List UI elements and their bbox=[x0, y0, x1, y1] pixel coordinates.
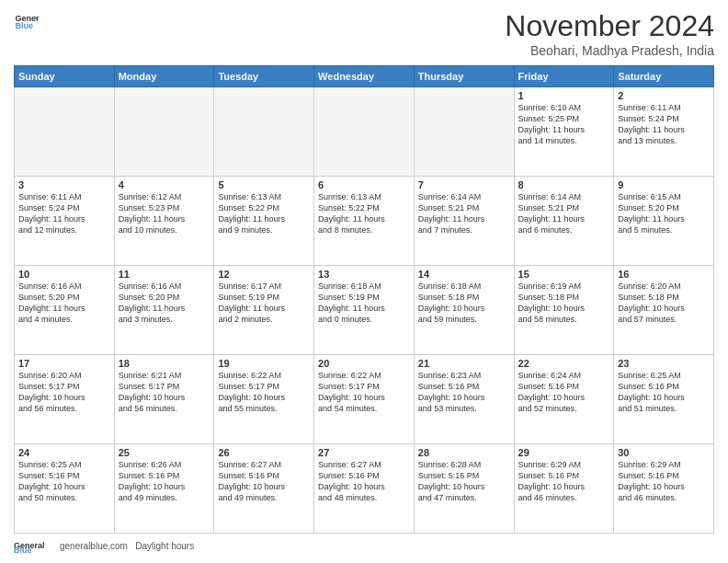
day-info: Sunrise: 6:29 AM Sunset: 5:16 PM Dayligh… bbox=[518, 459, 610, 504]
day-number: 26 bbox=[218, 447, 310, 458]
day-number: 2 bbox=[618, 90, 710, 101]
day-info: Sunrise: 6:11 AM Sunset: 5:24 PM Dayligh… bbox=[618, 102, 710, 147]
day-number: 13 bbox=[318, 269, 410, 280]
day-info: Sunrise: 6:16 AM Sunset: 5:20 PM Dayligh… bbox=[119, 281, 210, 326]
logo-icon: General Blue bbox=[14, 9, 40, 35]
day-number: 28 bbox=[418, 447, 510, 458]
calendar-day bbox=[15, 87, 115, 177]
calendar-day: 26Sunrise: 6:27 AM Sunset: 5:16 PM Dayli… bbox=[214, 444, 314, 534]
day-number: 23 bbox=[618, 358, 710, 369]
calendar-week-5: 24Sunrise: 6:25 AM Sunset: 5:16 PM Dayli… bbox=[15, 444, 714, 534]
day-info: Sunrise: 6:10 AM Sunset: 5:25 PM Dayligh… bbox=[518, 102, 610, 147]
day-info: Sunrise: 6:22 AM Sunset: 5:17 PM Dayligh… bbox=[318, 370, 410, 415]
calendar-week-2: 3Sunrise: 6:11 AM Sunset: 5:24 PM Daylig… bbox=[15, 177, 714, 266]
col-tuesday: Tuesday bbox=[214, 66, 314, 87]
calendar-day: 23Sunrise: 6:25 AM Sunset: 5:16 PM Dayli… bbox=[614, 355, 714, 444]
day-info: Sunrise: 6:27 AM Sunset: 5:16 PM Dayligh… bbox=[218, 459, 310, 504]
calendar-table: Sunday Monday Tuesday Wednesday Thursday… bbox=[14, 65, 714, 534]
day-number: 18 bbox=[119, 358, 210, 369]
calendar-day: 25Sunrise: 6:26 AM Sunset: 5:16 PM Dayli… bbox=[114, 444, 214, 534]
calendar-day: 8Sunrise: 6:14 AM Sunset: 5:21 PM Daylig… bbox=[514, 177, 614, 266]
title-block: November 2024 Beohari, Madhya Pradesh, I… bbox=[505, 9, 714, 58]
day-number: 16 bbox=[618, 269, 710, 280]
day-number: 24 bbox=[18, 447, 110, 458]
day-info: Sunrise: 6:20 AM Sunset: 5:17 PM Dayligh… bbox=[18, 370, 110, 415]
calendar-day: 19Sunrise: 6:22 AM Sunset: 5:17 PM Dayli… bbox=[214, 355, 314, 444]
footer-daylight-label: Daylight hours bbox=[135, 541, 194, 551]
day-info: Sunrise: 6:18 AM Sunset: 5:19 PM Dayligh… bbox=[318, 281, 410, 326]
day-number: 12 bbox=[218, 269, 310, 280]
day-info: Sunrise: 6:19 AM Sunset: 5:18 PM Dayligh… bbox=[518, 281, 610, 326]
day-info: Sunrise: 6:25 AM Sunset: 5:16 PM Dayligh… bbox=[618, 370, 710, 415]
calendar-day: 1Sunrise: 6:10 AM Sunset: 5:25 PM Daylig… bbox=[514, 87, 614, 177]
calendar-day: 9Sunrise: 6:15 AM Sunset: 5:20 PM Daylig… bbox=[614, 177, 714, 266]
day-info: Sunrise: 6:26 AM Sunset: 5:16 PM Dayligh… bbox=[119, 459, 210, 504]
day-number: 6 bbox=[318, 179, 410, 190]
calendar-day: 2Sunrise: 6:11 AM Sunset: 5:24 PM Daylig… bbox=[614, 87, 714, 177]
day-number: 4 bbox=[119, 179, 210, 190]
day-info: Sunrise: 6:29 AM Sunset: 5:16 PM Dayligh… bbox=[618, 459, 710, 504]
day-info: Sunrise: 6:28 AM Sunset: 5:16 PM Dayligh… bbox=[418, 459, 510, 504]
calendar-day: 14Sunrise: 6:18 AM Sunset: 5:18 PM Dayli… bbox=[414, 266, 514, 355]
day-info: Sunrise: 6:15 AM Sunset: 5:20 PM Dayligh… bbox=[618, 191, 710, 236]
calendar-day: 11Sunrise: 6:16 AM Sunset: 5:20 PM Dayli… bbox=[114, 266, 214, 355]
calendar-day bbox=[314, 87, 415, 177]
logo: General Blue bbox=[14, 9, 40, 35]
day-info: Sunrise: 6:22 AM Sunset: 5:17 PM Dayligh… bbox=[218, 370, 310, 415]
calendar-day: 3Sunrise: 6:11 AM Sunset: 5:24 PM Daylig… bbox=[15, 177, 115, 266]
calendar-day: 28Sunrise: 6:28 AM Sunset: 5:16 PM Dayli… bbox=[414, 444, 514, 534]
day-info: Sunrise: 6:17 AM Sunset: 5:19 PM Dayligh… bbox=[218, 281, 310, 326]
day-info: Sunrise: 6:11 AM Sunset: 5:24 PM Dayligh… bbox=[18, 191, 110, 236]
day-info: Sunrise: 6:18 AM Sunset: 5:18 PM Dayligh… bbox=[418, 281, 510, 326]
col-sunday: Sunday bbox=[15, 66, 115, 87]
day-info: Sunrise: 6:14 AM Sunset: 5:21 PM Dayligh… bbox=[518, 191, 610, 236]
footer-url: generalblue.com bbox=[60, 541, 135, 551]
calendar-day: 24Sunrise: 6:25 AM Sunset: 5:16 PM Dayli… bbox=[15, 444, 115, 534]
calendar-day: 6Sunrise: 6:13 AM Sunset: 5:22 PM Daylig… bbox=[314, 177, 415, 266]
day-number: 29 bbox=[518, 447, 610, 458]
calendar-day: 29Sunrise: 6:29 AM Sunset: 5:16 PM Dayli… bbox=[514, 444, 614, 534]
calendar-day: 15Sunrise: 6:19 AM Sunset: 5:18 PM Dayli… bbox=[514, 266, 614, 355]
col-thursday: Thursday bbox=[414, 66, 514, 87]
day-number: 11 bbox=[119, 269, 210, 280]
col-wednesday: Wednesday bbox=[314, 66, 415, 87]
day-info: Sunrise: 6:14 AM Sunset: 5:21 PM Dayligh… bbox=[418, 191, 510, 236]
day-number: 14 bbox=[418, 269, 510, 280]
day-info: Sunrise: 6:25 AM Sunset: 5:16 PM Dayligh… bbox=[18, 459, 110, 504]
calendar-day bbox=[114, 87, 214, 177]
calendar-day: 7Sunrise: 6:14 AM Sunset: 5:21 PM Daylig… bbox=[414, 177, 514, 266]
day-number: 8 bbox=[518, 179, 610, 190]
calendar-day: 17Sunrise: 6:20 AM Sunset: 5:17 PM Dayli… bbox=[15, 355, 115, 444]
footer: General Blue generalblue.com Daylight ho… bbox=[14, 537, 714, 554]
calendar-day: 16Sunrise: 6:20 AM Sunset: 5:18 PM Dayli… bbox=[614, 266, 714, 355]
header-row: Sunday Monday Tuesday Wednesday Thursday… bbox=[15, 66, 714, 87]
day-number: 27 bbox=[318, 447, 410, 458]
calendar-day: 12Sunrise: 6:17 AM Sunset: 5:19 PM Dayli… bbox=[214, 266, 314, 355]
day-number: 7 bbox=[418, 179, 510, 190]
calendar-day: 22Sunrise: 6:24 AM Sunset: 5:16 PM Dayli… bbox=[514, 355, 614, 444]
day-info: Sunrise: 6:23 AM Sunset: 5:16 PM Dayligh… bbox=[418, 370, 510, 415]
calendar-week-3: 10Sunrise: 6:16 AM Sunset: 5:20 PM Dayli… bbox=[15, 266, 714, 355]
location: Beohari, Madhya Pradesh, India bbox=[505, 43, 714, 58]
day-info: Sunrise: 6:16 AM Sunset: 5:20 PM Dayligh… bbox=[18, 281, 110, 326]
day-info: Sunrise: 6:12 AM Sunset: 5:23 PM Dayligh… bbox=[119, 191, 210, 236]
day-number: 30 bbox=[618, 447, 710, 458]
calendar-day: 18Sunrise: 6:21 AM Sunset: 5:17 PM Dayli… bbox=[114, 355, 214, 444]
calendar-day: 13Sunrise: 6:18 AM Sunset: 5:19 PM Dayli… bbox=[314, 266, 415, 355]
day-number: 10 bbox=[18, 269, 110, 280]
calendar-day: 4Sunrise: 6:12 AM Sunset: 5:23 PM Daylig… bbox=[114, 177, 214, 266]
day-number: 20 bbox=[318, 358, 410, 369]
day-number: 21 bbox=[418, 358, 510, 369]
day-number: 22 bbox=[518, 358, 610, 369]
calendar-day: 5Sunrise: 6:13 AM Sunset: 5:22 PM Daylig… bbox=[214, 177, 314, 266]
day-info: Sunrise: 6:27 AM Sunset: 5:16 PM Dayligh… bbox=[318, 459, 410, 504]
calendar-week-1: 1Sunrise: 6:10 AM Sunset: 5:25 PM Daylig… bbox=[15, 87, 714, 177]
calendar-day: 10Sunrise: 6:16 AM Sunset: 5:20 PM Dayli… bbox=[15, 266, 115, 355]
page: General Blue November 2024 Beohari, Madh… bbox=[0, 0, 728, 563]
day-number: 5 bbox=[218, 179, 310, 190]
footer-logo-icon: General Blue bbox=[14, 537, 60, 554]
day-number: 3 bbox=[18, 179, 110, 190]
svg-text:Blue: Blue bbox=[14, 546, 32, 554]
col-friday: Friday bbox=[514, 66, 614, 87]
day-info: Sunrise: 6:13 AM Sunset: 5:22 PM Dayligh… bbox=[318, 191, 410, 236]
